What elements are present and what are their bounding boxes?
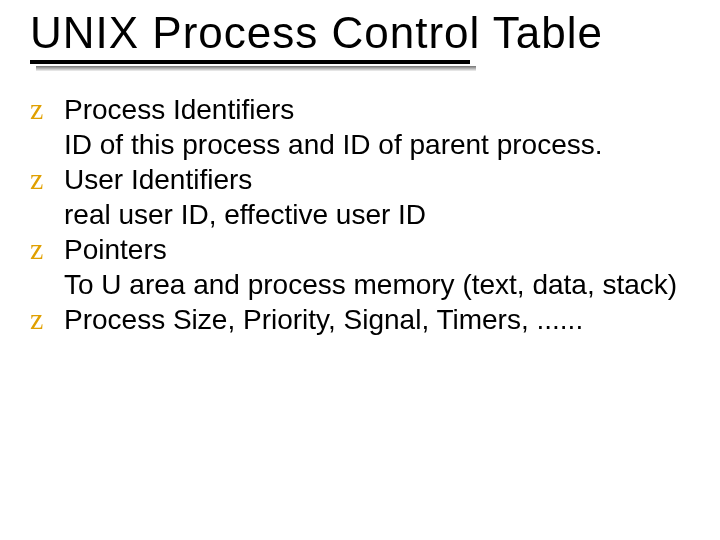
slide-body: z Process Identifiers ID of this process…	[30, 92, 690, 337]
item-desc: ID of this process and ID of parent proc…	[64, 127, 690, 162]
bullet-icon: z	[30, 302, 43, 337]
item-desc: real user ID, effective user ID	[64, 197, 690, 232]
bullet-icon: z	[30, 92, 43, 127]
item-title: Pointers	[64, 232, 690, 267]
list-item: z Process Size, Priority, Signal, Timers…	[30, 302, 690, 337]
list-item: z Process Identifiers ID of this process…	[30, 92, 690, 162]
list-item: z Pointers To U area and process memory …	[30, 232, 690, 302]
item-title: User Identifiers	[64, 162, 690, 197]
slide-title: UNIX Process Control Table	[30, 10, 690, 56]
list-item: z User Identifiers real user ID, effecti…	[30, 162, 690, 232]
title-underline	[30, 60, 690, 74]
bullet-icon: z	[30, 232, 43, 267]
item-desc: To U area and process memory (text, data…	[64, 267, 690, 302]
underline-line	[30, 60, 470, 64]
underline-shadow	[36, 66, 476, 71]
item-title: Process Size, Priority, Signal, Timers, …	[64, 302, 690, 337]
bullet-icon: z	[30, 162, 43, 197]
item-title: Process Identifiers	[64, 92, 690, 127]
slide: UNIX Process Control Table z Process Ide…	[0, 0, 720, 540]
